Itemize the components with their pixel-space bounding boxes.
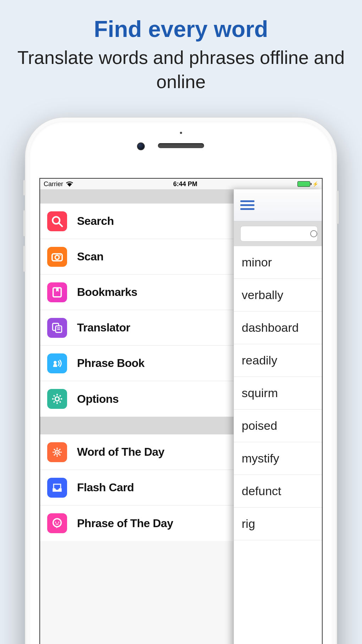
word-list[interactable]: minor verbally dashboard readily squirm … xyxy=(234,246,322,644)
screen: Carrier 6:44 PM ⚡ xyxy=(39,178,323,644)
menu-group-main: Search Scan Bookmarks xyxy=(40,204,234,417)
svg-point-10 xyxy=(54,361,57,364)
svg-point-32 xyxy=(58,521,59,523)
svg-line-16 xyxy=(54,395,55,396)
clock: 6:44 PM xyxy=(173,180,197,188)
bookmark-icon xyxy=(47,282,67,302)
sun-icon xyxy=(47,442,67,462)
svg-point-4 xyxy=(60,255,61,256)
menu-label: Word of The Day xyxy=(77,445,164,459)
menu-item-scan[interactable]: Scan xyxy=(40,239,234,275)
menu-item-bookmarks[interactable]: Bookmarks xyxy=(40,275,234,310)
word-item[interactable]: rig xyxy=(234,508,322,540)
charging-icon: ⚡ xyxy=(312,181,318,187)
menu-item-word-of-the-day[interactable]: Word of The Day xyxy=(40,434,234,470)
tray-icon xyxy=(47,478,67,498)
sidebar: Search Scan Bookmarks xyxy=(40,189,234,644)
menu-item-phrase-of-the-day[interactable]: Phrase of The Day xyxy=(40,505,234,541)
word-item[interactable]: dashboard xyxy=(234,312,322,344)
word-item[interactable]: verbally xyxy=(234,279,322,312)
gear-icon xyxy=(47,389,67,409)
search-icon xyxy=(310,230,317,237)
mute-switch xyxy=(23,180,25,196)
menu-group-extras: Word of The Day Flash Card xyxy=(40,434,234,541)
search-icon xyxy=(47,211,67,231)
menu-label: Flash Card xyxy=(77,481,134,494)
word-item[interactable]: poised xyxy=(234,410,322,442)
svg-point-31 xyxy=(55,521,56,523)
promo-subtitle: Translate words and phrases offline and … xyxy=(0,42,362,94)
menu-item-search[interactable]: Search xyxy=(40,204,234,239)
carrier-label: Carrier xyxy=(44,180,63,188)
menu-item-options[interactable]: Options xyxy=(40,381,234,417)
power-button xyxy=(337,190,339,224)
menu-item-translator[interactable]: Translator xyxy=(40,310,234,346)
proximity-sensor xyxy=(180,132,182,134)
menu-divider xyxy=(40,417,234,434)
menu-item-phrasebook[interactable]: Phrase Book xyxy=(40,346,234,381)
camera-icon xyxy=(47,247,67,267)
word-item[interactable]: readily xyxy=(234,344,322,377)
svg-line-27 xyxy=(59,454,60,455)
word-item[interactable]: defunct xyxy=(234,475,322,508)
menu-label: Options xyxy=(77,393,119,406)
hamburger-icon[interactable] xyxy=(240,200,254,210)
front-camera xyxy=(137,142,145,150)
battery-icon xyxy=(297,181,310,187)
promo-title: Find every word xyxy=(0,0,362,42)
svg-line-19 xyxy=(60,395,61,396)
content-panel: minor verbally dashboard readily squirm … xyxy=(234,189,322,644)
search-input[interactable] xyxy=(240,226,318,242)
svg-point-3 xyxy=(55,255,59,259)
volume-down-button xyxy=(23,245,25,272)
svg-line-17 xyxy=(60,401,61,402)
volume-up-button xyxy=(23,210,25,237)
menu-label: Translator xyxy=(77,321,130,334)
word-item[interactable]: squirm xyxy=(234,377,322,410)
menu-label: Scan xyxy=(77,250,103,263)
svg-line-26 xyxy=(54,449,55,450)
svg-line-1 xyxy=(59,223,62,226)
svg-line-18 xyxy=(54,401,55,402)
document-icon xyxy=(47,318,67,338)
wifi-icon xyxy=(66,181,73,187)
device-frame: Carrier 6:44 PM ⚡ xyxy=(25,117,337,644)
svg-point-30 xyxy=(53,519,61,527)
earpiece-speaker xyxy=(158,143,204,148)
menu-label: Phrase of The Day xyxy=(77,517,173,530)
speak-icon xyxy=(47,353,67,373)
svg-line-28 xyxy=(54,454,55,455)
chat-icon xyxy=(47,513,67,533)
svg-line-29 xyxy=(59,449,60,450)
search-bar-container xyxy=(234,221,322,246)
menu-label: Phrase Book xyxy=(77,357,144,370)
menu-label: Search xyxy=(77,215,114,228)
svg-point-11 xyxy=(55,397,59,401)
status-bar: Carrier 6:44 PM ⚡ xyxy=(40,179,322,189)
word-item[interactable]: minor xyxy=(234,246,322,279)
word-item[interactable]: mystify xyxy=(234,442,322,475)
menu-item-flash-card[interactable]: Flash Card xyxy=(40,470,234,505)
menu-label: Bookmarks xyxy=(77,286,137,299)
content-header xyxy=(234,189,322,221)
svg-point-21 xyxy=(56,451,58,453)
